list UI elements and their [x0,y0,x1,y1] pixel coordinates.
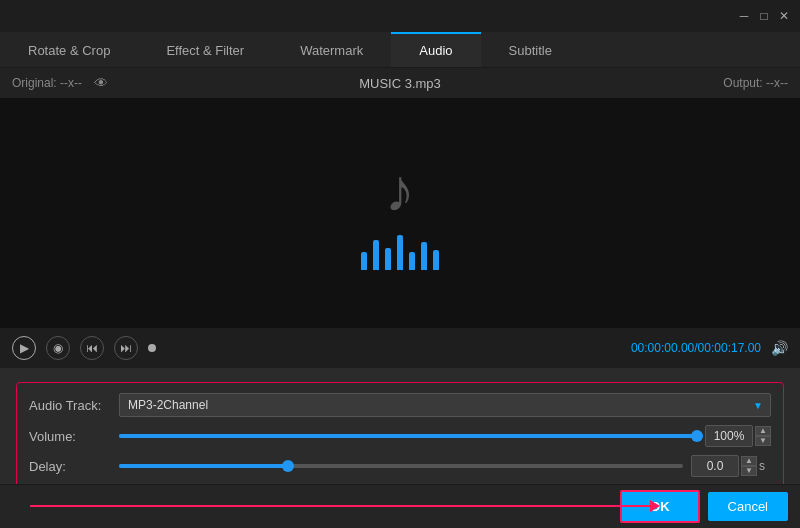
volume-thumb[interactable] [691,430,703,442]
volume-slider-wrapper: ▲ ▼ [119,425,771,447]
tab-effect[interactable]: Effect & Filter [138,32,272,67]
ok-arrow-line [30,505,652,507]
music-note-icon: ♪ [385,156,415,225]
volume-up-button[interactable]: ▲ [755,426,771,436]
eq-bar [385,248,391,270]
delay-down-button[interactable]: ▼ [741,466,757,476]
delay-unit: s [759,459,771,473]
delay-slider-wrapper: ▲ ▼ s [119,455,771,477]
volume-row: Volume: ▲ ▼ [29,425,771,447]
tab-subtitle[interactable]: Subtitle [481,32,580,67]
tab-audio[interactable]: Audio [391,32,480,67]
music-visual: ♪ [361,156,439,270]
delay-thumb[interactable] [282,460,294,472]
volume-track[interactable] [119,434,697,438]
audio-track-label: Audio Track: [29,398,119,413]
delay-up-button[interactable]: ▲ [741,456,757,466]
next-button[interactable]: ⏭ [114,336,138,360]
original-label: Original: --x-- [12,76,82,90]
eq-bar [397,235,403,270]
eq-bar [421,242,427,270]
prev-button[interactable]: ⏮ [80,336,104,360]
volume-down-button[interactable]: ▼ [755,436,771,446]
volume-value-box: ▲ ▼ [705,425,771,447]
close-button[interactable]: ✕ [776,8,792,24]
controls-bar: ▶ ◉ ⏮ ⏭ 00:00:00.00/00:00:17.00 🔊 [0,328,800,368]
tab-rotate[interactable]: Rotate & Crop [0,32,138,67]
tab-bar: Rotate & Crop Effect & Filter Watermark … [0,32,800,68]
tab-watermark[interactable]: Watermark [272,32,391,67]
cancel-button[interactable]: Cancel [708,492,788,521]
minimize-button[interactable]: ─ [736,8,752,24]
file-name: MUSIC 3.mp3 [359,76,441,91]
eye-icon[interactable]: 👁 [90,72,112,94]
volume-fill [119,434,697,438]
volume-spinners: ▲ ▼ [755,426,771,446]
bottom-bar: OK Cancel [0,484,800,528]
eq-bar [433,250,439,270]
audio-track-select-wrapper: MP3-2Channel ▼ [119,393,771,417]
delay-input[interactable] [691,455,739,477]
eq-bar [409,252,415,270]
eq-bar [361,252,367,270]
stop-button[interactable]: ◉ [46,336,70,360]
delay-fill [119,464,288,468]
output-label: Output: --x-- [723,76,788,90]
info-bar: Original: --x-- 👁 MUSIC 3.mp3 Output: --… [0,68,800,98]
delay-spinners: ▲ ▼ [741,456,757,476]
delay-row: Delay: ▲ ▼ s [29,455,771,477]
equalizer-bars [361,235,439,270]
audio-settings-box: Audio Track: MP3-2Channel ▼ Volume: ▲ [16,382,784,488]
volume-icon[interactable]: 🔊 [771,340,788,356]
audio-track-select[interactable]: MP3-2Channel [119,393,771,417]
delay-value-box: ▲ ▼ s [691,455,771,477]
volume-input[interactable] [705,425,753,447]
delay-track[interactable] [119,464,683,468]
maximize-button[interactable]: □ [756,8,772,24]
timeline-dot[interactable] [148,344,156,352]
title-bar: ─ □ ✕ [0,0,800,32]
eq-bar [373,240,379,270]
preview-canvas: ♪ [0,98,800,328]
delay-label: Delay: [29,459,119,474]
play-button[interactable]: ▶ [12,336,36,360]
time-display: 00:00:00.00/00:00:17.00 [631,341,761,355]
volume-label: Volume: [29,429,119,444]
audio-track-row: Audio Track: MP3-2Channel ▼ [29,393,771,417]
